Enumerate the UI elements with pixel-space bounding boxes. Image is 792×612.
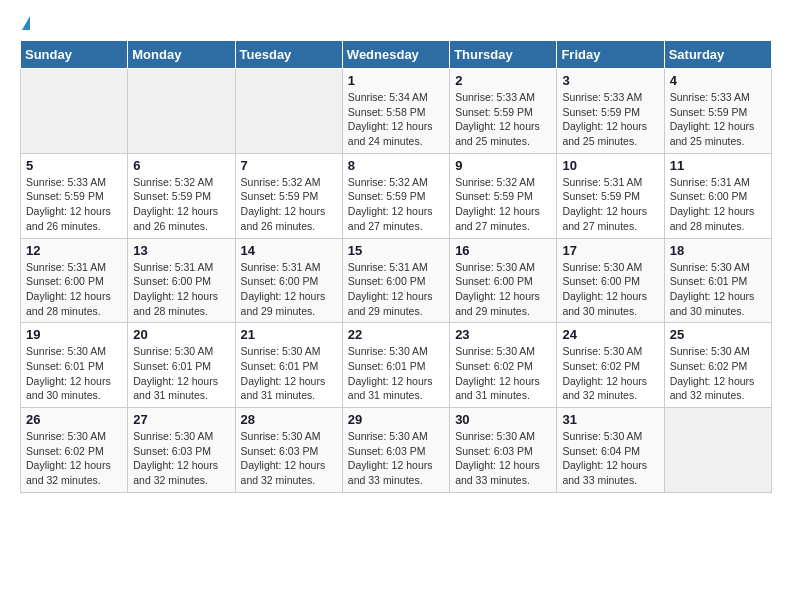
day-info: Sunrise: 5:30 AMSunset: 6:02 PMDaylight:… [562,344,658,403]
calendar-day-header: Tuesday [235,41,342,69]
table-row: 14Sunrise: 5:31 AMSunset: 6:00 PMDayligh… [235,238,342,323]
table-row: 5Sunrise: 5:33 AMSunset: 5:59 PMDaylight… [21,153,128,238]
table-row [128,69,235,154]
table-row: 12Sunrise: 5:31 AMSunset: 6:00 PMDayligh… [21,238,128,323]
day-info: Sunrise: 5:32 AMSunset: 5:59 PMDaylight:… [455,175,551,234]
day-number: 24 [562,327,658,342]
table-row: 17Sunrise: 5:30 AMSunset: 6:00 PMDayligh… [557,238,664,323]
day-info: Sunrise: 5:30 AMSunset: 6:02 PMDaylight:… [670,344,766,403]
table-row: 20Sunrise: 5:30 AMSunset: 6:01 PMDayligh… [128,323,235,408]
calendar-week-row: 12Sunrise: 5:31 AMSunset: 6:00 PMDayligh… [21,238,772,323]
table-row: 6Sunrise: 5:32 AMSunset: 5:59 PMDaylight… [128,153,235,238]
table-row: 16Sunrise: 5:30 AMSunset: 6:00 PMDayligh… [450,238,557,323]
day-info: Sunrise: 5:31 AMSunset: 6:00 PMDaylight:… [348,260,444,319]
day-number: 18 [670,243,766,258]
table-row: 3Sunrise: 5:33 AMSunset: 5:59 PMDaylight… [557,69,664,154]
day-number: 6 [133,158,229,173]
day-number: 3 [562,73,658,88]
day-info: Sunrise: 5:33 AMSunset: 5:59 PMDaylight:… [670,90,766,149]
table-row: 2Sunrise: 5:33 AMSunset: 5:59 PMDaylight… [450,69,557,154]
table-row: 8Sunrise: 5:32 AMSunset: 5:59 PMDaylight… [342,153,449,238]
logo-triangle-icon [22,16,30,30]
day-info: Sunrise: 5:33 AMSunset: 5:59 PMDaylight:… [455,90,551,149]
table-row [21,69,128,154]
table-row: 7Sunrise: 5:32 AMSunset: 5:59 PMDaylight… [235,153,342,238]
calendar-table: SundayMondayTuesdayWednesdayThursdayFrid… [20,40,772,493]
calendar-day-header: Monday [128,41,235,69]
day-number: 19 [26,327,122,342]
day-number: 4 [670,73,766,88]
day-number: 13 [133,243,229,258]
table-row: 24Sunrise: 5:30 AMSunset: 6:02 PMDayligh… [557,323,664,408]
header [20,16,772,30]
table-row: 25Sunrise: 5:30 AMSunset: 6:02 PMDayligh… [664,323,771,408]
calendar-day-header: Thursday [450,41,557,69]
day-number: 2 [455,73,551,88]
table-row: 9Sunrise: 5:32 AMSunset: 5:59 PMDaylight… [450,153,557,238]
day-info: Sunrise: 5:33 AMSunset: 5:59 PMDaylight:… [26,175,122,234]
calendar-week-row: 5Sunrise: 5:33 AMSunset: 5:59 PMDaylight… [21,153,772,238]
table-row: 13Sunrise: 5:31 AMSunset: 6:00 PMDayligh… [128,238,235,323]
day-number: 7 [241,158,337,173]
day-info: Sunrise: 5:32 AMSunset: 5:59 PMDaylight:… [241,175,337,234]
day-info: Sunrise: 5:34 AMSunset: 5:58 PMDaylight:… [348,90,444,149]
day-number: 26 [26,412,122,427]
calendar-week-row: 26Sunrise: 5:30 AMSunset: 6:02 PMDayligh… [21,408,772,493]
day-number: 17 [562,243,658,258]
day-info: Sunrise: 5:31 AMSunset: 6:00 PMDaylight:… [26,260,122,319]
day-number: 27 [133,412,229,427]
table-row [235,69,342,154]
table-row: 28Sunrise: 5:30 AMSunset: 6:03 PMDayligh… [235,408,342,493]
table-row: 18Sunrise: 5:30 AMSunset: 6:01 PMDayligh… [664,238,771,323]
table-row: 21Sunrise: 5:30 AMSunset: 6:01 PMDayligh… [235,323,342,408]
day-info: Sunrise: 5:30 AMSunset: 6:03 PMDaylight:… [455,429,551,488]
day-number: 25 [670,327,766,342]
day-number: 23 [455,327,551,342]
day-number: 9 [455,158,551,173]
day-number: 15 [348,243,444,258]
calendar-week-row: 1Sunrise: 5:34 AMSunset: 5:58 PMDaylight… [21,69,772,154]
table-row: 26Sunrise: 5:30 AMSunset: 6:02 PMDayligh… [21,408,128,493]
day-number: 8 [348,158,444,173]
table-row: 22Sunrise: 5:30 AMSunset: 6:01 PMDayligh… [342,323,449,408]
table-row: 30Sunrise: 5:30 AMSunset: 6:03 PMDayligh… [450,408,557,493]
day-info: Sunrise: 5:31 AMSunset: 6:00 PMDaylight:… [670,175,766,234]
table-row: 15Sunrise: 5:31 AMSunset: 6:00 PMDayligh… [342,238,449,323]
day-info: Sunrise: 5:30 AMSunset: 6:01 PMDaylight:… [670,260,766,319]
day-info: Sunrise: 5:30 AMSunset: 6:03 PMDaylight:… [241,429,337,488]
day-info: Sunrise: 5:30 AMSunset: 6:00 PMDaylight:… [455,260,551,319]
day-info: Sunrise: 5:30 AMSunset: 6:01 PMDaylight:… [26,344,122,403]
day-info: Sunrise: 5:30 AMSunset: 6:02 PMDaylight:… [455,344,551,403]
calendar-week-row: 19Sunrise: 5:30 AMSunset: 6:01 PMDayligh… [21,323,772,408]
calendar-day-header: Wednesday [342,41,449,69]
table-row: 23Sunrise: 5:30 AMSunset: 6:02 PMDayligh… [450,323,557,408]
day-info: Sunrise: 5:30 AMSunset: 6:04 PMDaylight:… [562,429,658,488]
day-info: Sunrise: 5:30 AMSunset: 6:03 PMDaylight:… [133,429,229,488]
day-number: 11 [670,158,766,173]
day-number: 30 [455,412,551,427]
table-row: 1Sunrise: 5:34 AMSunset: 5:58 PMDaylight… [342,69,449,154]
day-number: 12 [26,243,122,258]
table-row [664,408,771,493]
day-number: 28 [241,412,337,427]
day-number: 16 [455,243,551,258]
calendar-day-header: Sunday [21,41,128,69]
table-row: 19Sunrise: 5:30 AMSunset: 6:01 PMDayligh… [21,323,128,408]
table-row: 4Sunrise: 5:33 AMSunset: 5:59 PMDaylight… [664,69,771,154]
day-info: Sunrise: 5:31 AMSunset: 5:59 PMDaylight:… [562,175,658,234]
day-info: Sunrise: 5:30 AMSunset: 6:01 PMDaylight:… [133,344,229,403]
logo [20,16,30,30]
table-row: 27Sunrise: 5:30 AMSunset: 6:03 PMDayligh… [128,408,235,493]
day-info: Sunrise: 5:30 AMSunset: 6:03 PMDaylight:… [348,429,444,488]
day-info: Sunrise: 5:30 AMSunset: 6:02 PMDaylight:… [26,429,122,488]
day-number: 29 [348,412,444,427]
day-number: 10 [562,158,658,173]
day-info: Sunrise: 5:30 AMSunset: 6:01 PMDaylight:… [348,344,444,403]
table-row: 11Sunrise: 5:31 AMSunset: 6:00 PMDayligh… [664,153,771,238]
day-number: 22 [348,327,444,342]
table-row: 31Sunrise: 5:30 AMSunset: 6:04 PMDayligh… [557,408,664,493]
day-number: 1 [348,73,444,88]
day-info: Sunrise: 5:32 AMSunset: 5:59 PMDaylight:… [133,175,229,234]
day-info: Sunrise: 5:31 AMSunset: 6:00 PMDaylight:… [241,260,337,319]
calendar-header-row: SundayMondayTuesdayWednesdayThursdayFrid… [21,41,772,69]
